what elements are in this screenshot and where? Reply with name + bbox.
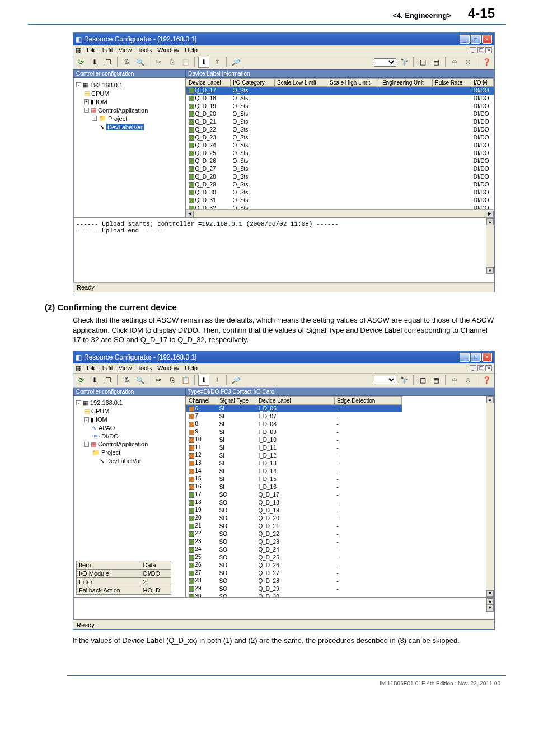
table-row[interactable]: Q_D_19O_StsDI/DO — [186, 102, 494, 110]
table-row[interactable]: 16SII_D_16- — [186, 483, 402, 491]
download-icon[interactable]: ⬇ — [198, 375, 209, 386]
table-row[interactable]: Q_D_32O_StsDI/DO — [186, 204, 494, 210]
refresh-icon[interactable]: ⟳ — [76, 57, 87, 68]
maximize-button[interactable]: □ — [471, 35, 481, 44]
find-icon[interactable]: 🔎 — [230, 57, 241, 68]
binoculars-icon[interactable]: 🔭 — [399, 375, 410, 386]
table-row[interactable]: 21SOQ_D_21- — [186, 522, 402, 530]
help-icon[interactable]: ❓ — [481, 57, 492, 68]
copy-icon[interactable]: ⎘ — [166, 375, 177, 386]
list-pane-icon[interactable]: ▤ — [430, 375, 442, 386]
table-row[interactable]: 8SII_D_08- — [186, 420, 402, 428]
tree-devlabelvar[interactable]: ↘DevLabelVar — [76, 123, 182, 131]
titlebar[interactable]: ◧Resource Configurator - [192.168.0.1] _… — [73, 33, 494, 45]
menu-file[interactable]: File — [87, 365, 97, 372]
table-row[interactable]: Q_D_28O_StsDI/DO — [186, 173, 494, 181]
table-row[interactable]: 30SOQ_D_30- — [186, 592, 402, 597]
preview-icon[interactable]: 🔍 — [134, 375, 146, 386]
table-row[interactable]: Q_D_21O_StsDI/DO — [186, 118, 494, 126]
menu-window[interactable]: Window — [157, 46, 179, 54]
zoom-in-icon[interactable]: ⊕ — [449, 57, 460, 68]
table-row[interactable]: 15SII_D_15- — [186, 475, 402, 483]
log-vscroll[interactable]: ▲▼ — [486, 218, 494, 274]
zoom-out-icon[interactable]: ⊖ — [462, 375, 474, 386]
app-small-icon[interactable]: ▦ — [76, 46, 81, 54]
minimize-button[interactable]: _ — [460, 353, 470, 362]
mdi-restore-button[interactable]: ❐ — [477, 47, 484, 53]
col-pulse-rate[interactable]: Pulse Rate — [433, 79, 471, 87]
col-io-m[interactable]: I/O M — [471, 79, 494, 87]
mdi-restore-button[interactable]: ❐ — [477, 365, 484, 371]
refresh-icon[interactable]: ⟳ — [76, 375, 87, 386]
table-row[interactable]: Q_D_24O_StsDI/DO — [186, 142, 494, 150]
col-io-category[interactable]: I/O Category — [231, 79, 275, 87]
app-small-icon[interactable]: ▦ — [76, 365, 81, 372]
horizontal-scrollbar[interactable]: ◀ ▶ — [186, 209, 494, 217]
upload-icon[interactable]: ⬆ — [212, 375, 223, 386]
menu-tools[interactable]: Tools — [137, 46, 152, 54]
print-icon[interactable]: 🖶 — [121, 375, 132, 386]
table-row[interactable]: Q_D_23O_StsDI/DO — [186, 134, 494, 142]
help-icon[interactable]: ❓ — [481, 375, 492, 386]
download-icon[interactable]: ⬇ — [198, 57, 209, 68]
cut-icon[interactable]: ✂ — [153, 375, 164, 386]
tree-project[interactable]: 📁Project — [76, 449, 182, 457]
channel-table[interactable]: Channel Signal Type Device Label Edge De… — [186, 396, 402, 597]
tree-root[interactable]: -▦192.168.0.1 — [76, 81, 182, 89]
menu-tools[interactable]: Tools — [137, 365, 152, 372]
col-eng-unit[interactable]: Engineering Unit — [380, 79, 432, 87]
mdi-minimize-button[interactable]: _ — [470, 365, 476, 371]
tree-iom[interactable]: -▮IOM — [76, 416, 182, 424]
toolbar-combo[interactable] — [374, 376, 396, 384]
table-row[interactable]: 18SOQ_D_18- — [186, 498, 402, 506]
toolbar-combo[interactable] — [374, 58, 396, 67]
table-row[interactable]: 7SII_D_07- — [186, 412, 402, 420]
tree-pane-icon[interactable]: ◫ — [417, 375, 428, 386]
col-channel[interactable]: Channel — [186, 396, 217, 404]
grid-vscroll[interactable]: ▲▼ — [486, 396, 494, 597]
tree-root[interactable]: -▦192.168.0.1 — [76, 399, 182, 407]
disconnect-icon[interactable]: ☐ — [102, 57, 114, 68]
menu-file[interactable]: File — [87, 46, 97, 54]
menu-view[interactable]: View — [119, 46, 132, 54]
mdi-close-button[interactable]: × — [485, 47, 492, 53]
disconnect-icon[interactable]: ☐ — [102, 375, 114, 386]
tree-iom[interactable]: +▮IOM — [76, 97, 182, 106]
copy-icon[interactable]: ⎘ — [166, 57, 177, 68]
table-row[interactable]: 25SOQ_D_25- — [186, 553, 402, 561]
table-row[interactable]: Q_D_27O_StsDI/DO — [186, 165, 494, 173]
table-row[interactable]: Q_D_25O_StsDI/DO — [186, 150, 494, 157]
table-row[interactable]: 22SOQ_D_22- — [186, 530, 402, 538]
table-row[interactable]: 6SII_D_06- — [186, 404, 402, 412]
table-row[interactable]: 14SII_D_14- — [186, 467, 402, 475]
tree-controlapp[interactable]: -▦ControlApplication — [76, 106, 182, 114]
tree-pane-icon[interactable]: ◫ — [417, 57, 428, 68]
mdi-close-button[interactable]: × — [485, 365, 492, 371]
tree-cpum[interactable]: ▤CPUM — [76, 407, 182, 416]
minimize-button[interactable]: _ — [460, 35, 470, 44]
table-row[interactable]: 23SOQ_D_23- — [186, 538, 402, 545]
close-button[interactable]: × — [482, 35, 492, 44]
tree-dido[interactable]: DIGDI/DO — [76, 432, 182, 440]
table-row[interactable]: 13SII_D_13- — [186, 459, 402, 467]
menu-help[interactable]: Help — [185, 365, 198, 372]
table-row[interactable]: Q_D_29O_StsDI/DO — [186, 181, 494, 189]
table-row[interactable]: Q_D_30O_StsDI/DO — [186, 189, 494, 197]
col-scale-low[interactable]: Scale Low Limit — [275, 79, 327, 87]
tree-aiao[interactable]: ∿AI/AO — [76, 424, 182, 432]
table-row[interactable]: 20SOQ_D_20- — [186, 514, 402, 522]
table-row[interactable]: 9SII_D_09- — [186, 428, 402, 436]
close-button[interactable]: × — [482, 353, 492, 362]
mdi-minimize-button[interactable]: _ — [470, 47, 476, 53]
menu-window[interactable]: Window — [157, 365, 179, 372]
paste-icon[interactable]: 📋 — [180, 57, 191, 68]
table-row[interactable]: Q_D_18O_StsDI/DO — [186, 95, 494, 102]
col-scale-high[interactable]: Scale High Limit — [327, 79, 380, 87]
tree-cpum[interactable]: ▤CPUM — [76, 89, 182, 97]
table-row[interactable]: 24SOQ_D_24- — [186, 545, 402, 553]
table-row[interactable]: Q_D_17O_StsDI/DO — [186, 87, 494, 95]
table-row[interactable]: 10SII_D_10- — [186, 436, 402, 444]
log-vscroll[interactable]: ▲▼ — [486, 598, 494, 612]
col-signal-type[interactable]: Signal Type — [217, 396, 256, 404]
find-icon[interactable]: 🔎 — [230, 375, 241, 386]
